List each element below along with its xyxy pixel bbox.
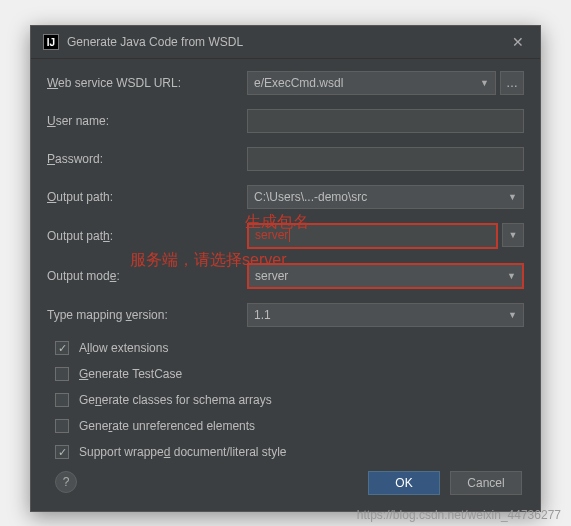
- dialog-content: Web service WSDL URL: e/ExecCmd.wsdl ▼ ……: [31, 59, 540, 511]
- generate-schema-checkbox[interactable]: [55, 393, 69, 407]
- generate-unref-checkbox[interactable]: [55, 419, 69, 433]
- support-wrapped-label: Support wrapped document/literal style: [79, 445, 286, 459]
- output-path1-combo[interactable]: C:\Users\...-demo\src ▼: [247, 185, 524, 209]
- output-package-input[interactable]: server: [247, 223, 498, 249]
- output-mode-combo[interactable]: server ▼: [247, 263, 524, 289]
- output-mode-label: Output mode:: [47, 269, 247, 283]
- generate-wsdl-dialog: IJ Generate Java Code from WSDL ✕ Web se…: [30, 25, 541, 512]
- chevron-down-icon: ▼: [507, 271, 516, 281]
- allow-extensions-label: Allow extensions: [79, 341, 168, 355]
- watermark-text: https://blog.csdn.net/weixin_44736277: [357, 508, 561, 522]
- support-wrapped-checkbox[interactable]: [55, 445, 69, 459]
- chevron-down-icon[interactable]: ▼: [502, 223, 524, 247]
- app-icon: IJ: [43, 34, 59, 50]
- browse-button[interactable]: …: [500, 71, 524, 95]
- cancel-button[interactable]: Cancel: [450, 471, 522, 495]
- password-input[interactable]: [247, 147, 524, 171]
- username-input[interactable]: [247, 109, 524, 133]
- generate-unref-label: Generate unreferenced elements: [79, 419, 255, 433]
- chevron-down-icon: ▼: [508, 192, 517, 202]
- ok-button[interactable]: OK: [368, 471, 440, 495]
- wsdl-url-label: Web service WSDL URL:: [47, 76, 247, 90]
- output-path1-label: Output path:: [47, 190, 247, 204]
- generate-testcase-checkbox[interactable]: [55, 367, 69, 381]
- generate-schema-label: Generate classes for schema arrays: [79, 393, 272, 407]
- output-path2-label: Output path:: [47, 229, 247, 243]
- wsdl-url-input[interactable]: e/ExecCmd.wsdl ▼: [247, 71, 496, 95]
- type-mapping-combo[interactable]: 1.1 ▼: [247, 303, 524, 327]
- generate-testcase-label: Generate TestCase: [79, 367, 182, 381]
- username-label: User name:: [47, 114, 247, 128]
- chevron-down-icon: ▼: [480, 78, 489, 88]
- allow-extensions-checkbox[interactable]: [55, 341, 69, 355]
- dialog-title: Generate Java Code from WSDL: [67, 35, 508, 49]
- chevron-down-icon: ▼: [508, 310, 517, 320]
- password-label: Password:: [47, 152, 247, 166]
- checkbox-group: Allow extensions Generate TestCase Gener…: [47, 341, 524, 459]
- type-mapping-label: Type mapping version:: [47, 308, 247, 322]
- titlebar: IJ Generate Java Code from WSDL ✕: [31, 26, 540, 59]
- close-icon[interactable]: ✕: [508, 34, 528, 50]
